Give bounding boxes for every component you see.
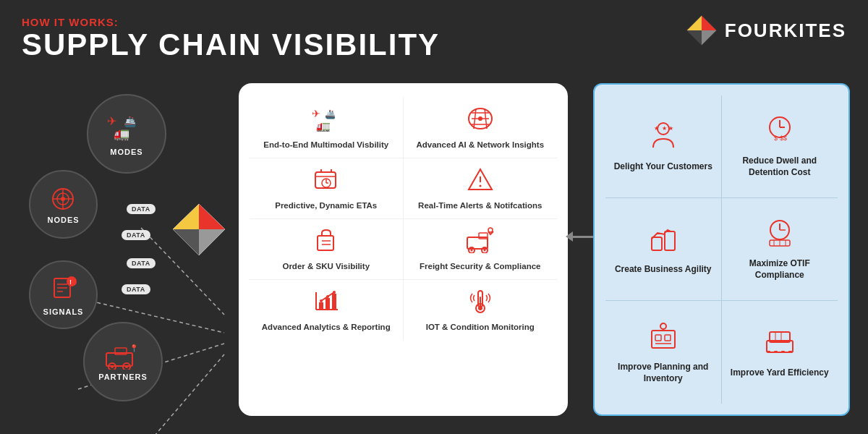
data-tag-3: DATA [127,258,156,268]
svg-point-99 [660,323,666,329]
yard-icon [764,326,796,362]
svg-point-76 [478,306,482,310]
nodes-label: NODES [47,216,79,224]
svg-rect-87 [665,231,675,250]
svg-point-21 [67,276,77,286]
outcome-yard-label: Improve Yard Efficiency [731,367,829,379]
feature-sku: Order & SKU Visibility [250,219,404,280]
svg-rect-55 [318,236,333,250]
outcome-planning-label: Improve Planning and Inventory [611,362,715,384]
analytics-icon [312,288,341,318]
svg-text:🚛: 🚛 [316,119,331,132]
feature-alerts-label: Real-Time Alerts & Notifcations [418,200,542,211]
sku-icon [312,227,341,257]
delight-icon: ★ ★ ★ [647,120,679,156]
arrow-left [566,231,573,242]
svg-rect-69 [332,294,336,310]
svg-rect-105 [767,351,770,352]
svg-rect-68 [326,298,330,310]
feature-end-to-end: ✈ 🚢 🚛 End-to-End Multimodal Visbility [250,98,404,158]
svg-rect-75 [480,297,481,307]
signals-label: SIGNALS [43,307,84,316]
svg-point-16 [61,197,65,201]
fourkites-logo-icon [686,14,718,46]
feature-freight-label: Freight Security & Compliance [420,261,540,272]
center-diamond-icon [172,203,226,257]
feature-ai-label: Advanced AI & Network Insights [416,140,544,150]
feature-end-to-end-label: End-to-End Multimodal Visbility [263,140,388,150]
signals-icon: ! [48,274,79,305]
data-tag-1: DATA [127,204,156,214]
data-tag-4: DATA [122,284,150,294]
outcome-yard: Improve Yard Efficiency [722,301,838,404]
outcome-agility: Create Business Agility [605,198,722,301]
svg-text:📍: 📍 [129,344,139,353]
feature-analytics-label: Advanced Analytics & Reporting [262,322,391,333]
svg-text:★: ★ [654,125,659,132]
circle-modes: ✈ 🚢 🚛 MODES [87,94,166,174]
left-section: ✈ 🚢 🚛 MODES NODES ! SIGNALS [14,94,224,405]
svg-rect-97 [665,335,671,341]
header-title: SUPPLY CHAIN VISIBILITY [22,28,440,61]
svg-rect-106 [774,351,778,352]
iot-icon [466,288,495,318]
svg-point-71 [326,295,329,298]
otif-icon [764,217,796,252]
freight-icon [464,227,496,257]
svg-point-28 [125,365,128,368]
svg-point-70 [320,299,323,302]
svg-point-26 [111,365,114,368]
svg-text:!: ! [69,278,72,286]
feature-iot: IOT & Condition Monitoring [404,280,558,341]
svg-rect-86 [652,237,662,250]
feature-eta: Predictive, Dynamic ETAs [250,158,404,219]
planning-icon [647,320,679,356]
svg-text:★: ★ [668,125,673,132]
center-diamond [172,203,226,257]
feature-iot-label: IOT & Condition Monitoring [426,322,535,333]
feature-ai: Advanced AI & Network Insights [404,98,558,158]
svg-rect-96 [655,335,661,341]
feature-sku-label: Order & SKU Visibility [282,261,370,272]
partners-icon: 📍 [103,342,143,370]
svg-text:$$: $$ [780,135,787,142]
svg-point-44 [478,116,482,121]
svg-point-63 [483,249,485,251]
svg-text:✈: ✈ [312,108,320,119]
header-subtitle: HOW IT WORKS: [22,16,440,28]
circle-partners: 📍 PARTNERS [83,322,163,401]
feature-freight: Freight Security & Compliance [404,219,558,280]
svg-text:🚢: 🚢 [325,109,336,119]
svg-rect-67 [319,302,323,310]
outcome-otif: Maximize OTIF Compliance [722,198,838,301]
svg-text:🚛: 🚛 [114,126,130,142]
features-panel: ✈ 🚢 🚛 End-to-End Multimodal Visbility Ad… [239,83,568,416]
feature-eta-label: Predictive, Dynamic ETAs [275,200,377,211]
svg-text:✈: ✈ [107,115,116,127]
svg-marker-33 [173,229,199,255]
svg-rect-45 [315,172,336,188]
outcome-delight: ★ ★ ★ Delight Your Customers [605,95,722,198]
agility-icon [647,223,679,258]
outcomes-panel: ★ ★ ★ Delight Your Customers $ $$ Reduce… [593,83,850,416]
svg-rect-107 [781,351,785,352]
modes-label: MODES [110,148,142,156]
alerts-icon [466,166,495,196]
svg-marker-34 [199,229,225,255]
svg-rect-108 [788,351,792,352]
circle-signals: ! SIGNALS [29,260,98,329]
eta-icon [312,166,341,196]
outcome-otif-label: Maximize OTIF Compliance [728,258,833,281]
data-tag-2: DATA [122,230,150,240]
end-to-end-icon: ✈ 🚢 🚛 [310,106,342,135]
feature-alerts: Real-Time Alerts & Notifcations [404,158,558,219]
logo-area: FOURKITES [686,14,846,46]
svg-point-72 [333,291,336,294]
ai-icon [466,106,495,135]
svg-text:★: ★ [662,125,667,132]
outcome-planning: Improve Planning and Inventory [605,301,722,404]
outcome-dwell-label: Reduce Dwell and Detention Cost [728,156,833,178]
outcome-dwell: $ $$ Reduce Dwell and Detention Cost [722,95,838,198]
outcome-delight-label: Delight Your Customers [614,161,712,173]
nodes-icon [47,185,80,213]
